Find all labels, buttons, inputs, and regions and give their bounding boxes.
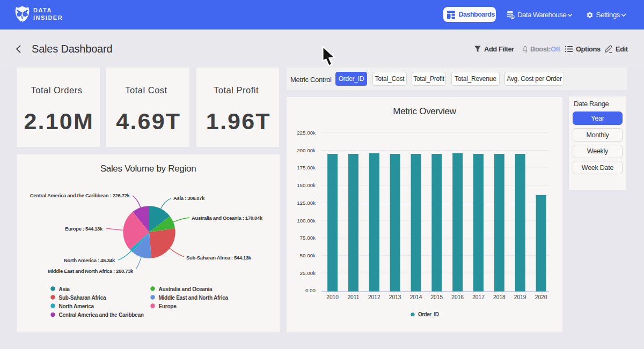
svg-text:North America: North America [59, 303, 94, 309]
svg-text:150.00k: 150.00k [297, 182, 316, 188]
svg-text:Central America and the Caribb: Central America and the Caribbean : 226.… [30, 192, 130, 198]
svg-text:Sub-Saharan Africa : 544.13k: Sub-Saharan Africa : 544.13k [186, 255, 252, 261]
svg-text:125.00k: 125.00k [297, 200, 316, 206]
svg-text:Europe: Europe [159, 303, 177, 309]
svg-text:Sub-Saharan Africa: Sub-Saharan Africa [59, 295, 107, 301]
svg-text:225.00k: 225.00k [297, 130, 316, 136]
svg-text:Australia and Oceania: Australia and Oceania [159, 286, 213, 292]
svg-text:2010: 2010 [326, 294, 339, 300]
svg-text:2011: 2011 [347, 294, 359, 300]
svg-text:Middle East and North Africa :: Middle East and North Africa : 260.73k [48, 268, 134, 274]
svg-text:2017: 2017 [472, 294, 485, 300]
svg-text:0.00: 0.00 [305, 287, 316, 293]
svg-text:Australia and Oceania : 170.04: Australia and Oceania : 170.04k [192, 215, 263, 221]
svg-text:2018: 2018 [493, 294, 506, 300]
svg-text:2020: 2020 [535, 294, 547, 300]
svg-text:2012: 2012 [368, 294, 380, 300]
svg-text:50.00k: 50.00k [300, 253, 316, 258]
svg-text:Europe : 544.13k: Europe : 544.13k [65, 226, 103, 232]
svg-text:Central America and the Caribb: Central America and the Caribbean [59, 312, 144, 318]
svg-text:175.00k: 175.00k [297, 165, 316, 170]
svg-text:Asia: Asia [59, 286, 70, 292]
svg-text:2019: 2019 [514, 294, 526, 300]
svg-text:Middle East and North Africa: Middle East and North Africa [159, 295, 229, 301]
svg-text:North America : 45.34k: North America : 45.34k [64, 257, 115, 263]
svg-text:2016: 2016 [451, 294, 464, 300]
svg-text:Asia : 306.07k: Asia : 306.07k [173, 195, 205, 201]
svg-text:75.00k: 75.00k [300, 235, 316, 241]
svg-text:2013: 2013 [389, 294, 401, 300]
svg-text:Order_ID: Order_ID [418, 311, 439, 317]
svg-text:2014: 2014 [410, 294, 422, 300]
svg-text:200.00k: 200.00k [297, 147, 316, 153]
svg-text:2015: 2015 [430, 294, 443, 300]
svg-text:25.00k: 25.00k [300, 270, 316, 276]
svg-text:100.00k: 100.00k [297, 218, 316, 224]
